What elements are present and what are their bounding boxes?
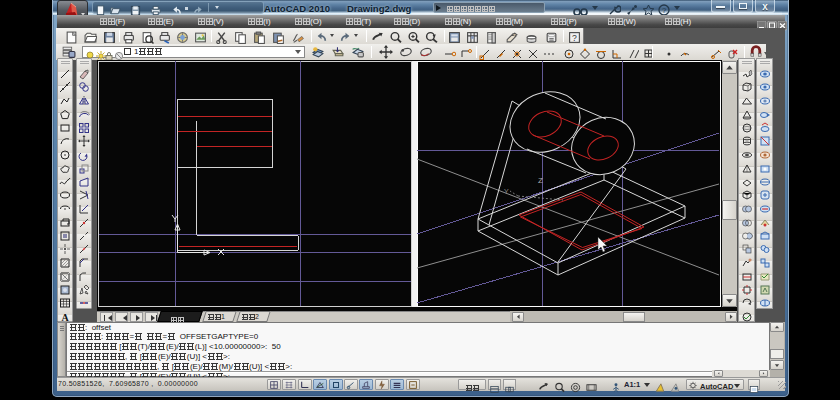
svg-text:?: ? bbox=[662, 6, 666, 15]
svg-text:Y: Y bbox=[504, 188, 509, 195]
svg-text:Z: Z bbox=[538, 176, 543, 185]
svg-text:?: ? bbox=[572, 33, 577, 43]
